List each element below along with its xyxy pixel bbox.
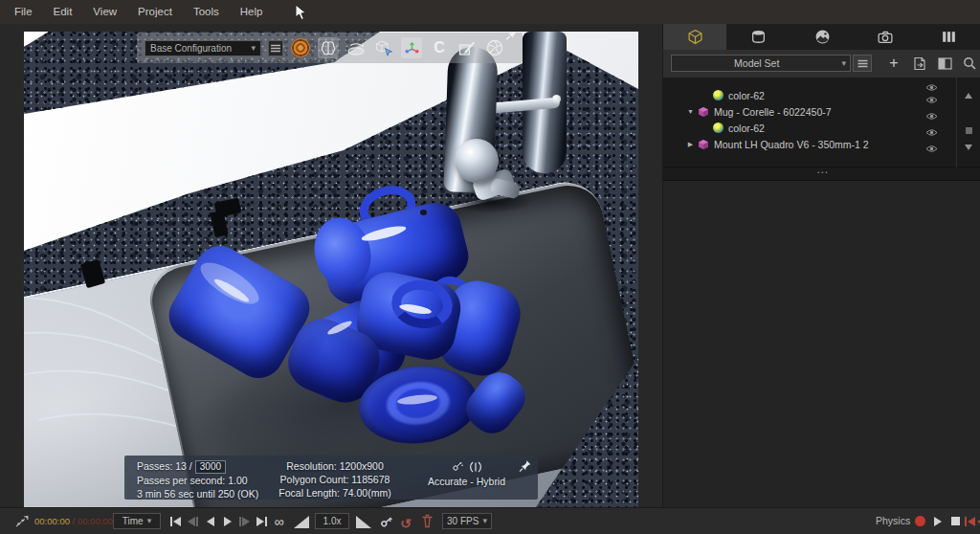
tree-divider — [956, 78, 957, 167]
accuracy-icon — [451, 461, 463, 473]
hud-focal-length: Focal Length: 74.00(mm) — [268, 486, 402, 500]
camera-aperture-button[interactable] — [484, 37, 505, 58]
ramp-in-button[interactable] — [294, 516, 309, 528]
fps-select[interactable]: 30 FPS▾ — [442, 513, 492, 529]
hud-resolution: Resolution: 1200x900 — [268, 459, 402, 473]
chevron-down-icon: ▾ — [482, 517, 487, 525]
turntable-button[interactable] — [345, 37, 367, 58]
hud-render-mode: Accurate - Hybrid — [412, 475, 522, 488]
cube-icon — [687, 29, 703, 45]
hud-passes-per-second: Passes per second: 1.00 — [137, 474, 258, 487]
ramp-up-icon — [294, 516, 309, 528]
scrollbar-up[interactable] — [962, 93, 975, 99]
menu-view[interactable]: View — [82, 0, 127, 24]
mouse-cursor-icon — [295, 4, 308, 25]
visibility-eye-icon[interactable] — [925, 123, 941, 134]
tree-row-material[interactable]: color-62 — [663, 87, 956, 103]
move-tool-button[interactable] — [401, 37, 422, 58]
physics-rewind-button[interactable] — [965, 517, 975, 526]
tab-materials[interactable] — [726, 24, 790, 50]
scrollbar-thumb[interactable] — [962, 127, 975, 134]
hud-pin-icon[interactable] — [519, 459, 532, 475]
current-time: 00:00:00 — [34, 516, 70, 526]
render-target-button[interactable] — [290, 37, 311, 58]
tree-row-label: Mount LH Quadro V6 - 350mm-1 2 — [714, 139, 869, 150]
render-target-icon — [291, 38, 310, 57]
menu-tools[interactable]: Tools — [183, 0, 230, 24]
expander-closed-icon[interactable]: ▶ — [686, 140, 695, 148]
aperture-icon — [485, 38, 504, 57]
physics-play-button[interactable] — [934, 517, 942, 526]
render-viewport[interactable]: Base Configuration ▾ C — [24, 32, 638, 507]
expander-open-icon[interactable]: ▼ — [686, 107, 695, 116]
tab-scene[interactable] — [663, 24, 726, 50]
physics-stop-button[interactable] — [951, 517, 960, 525]
scrollbar-down[interactable] — [962, 145, 975, 150]
hud-polygon-count: Polygon Count: 1185678 — [268, 473, 402, 486]
panel-splitter-handle[interactable]: ⋯ — [663, 167, 980, 181]
tree-row[interactable] — [663, 70, 956, 86]
search-button[interactable] — [960, 54, 979, 73]
move-gizmo-icon — [403, 39, 421, 57]
skip-to-start-button[interactable] — [168, 515, 183, 528]
chevron-down-icon: ▾ — [841, 59, 846, 68]
reset-camera-button[interactable]: C — [429, 37, 450, 58]
play-reverse-button[interactable] — [203, 515, 217, 528]
animation-curve-icon[interactable] — [13, 513, 31, 533]
chevron-down-icon: ▾ — [147, 517, 152, 525]
menu-help[interactable]: Help — [230, 0, 274, 24]
panels-icon — [941, 29, 957, 45]
panel-tab-strip — [663, 24, 980, 50]
play-icon — [934, 517, 942, 526]
passes-limit-field[interactable]: 3000 — [195, 460, 226, 474]
tab-environment[interactable] — [791, 24, 854, 50]
cube-cursor-icon — [375, 39, 393, 57]
tab-camera[interactable] — [854, 24, 917, 50]
brain-icon — [320, 39, 337, 56]
step-forward-button[interactable] — [237, 515, 252, 528]
toolbar-pin-icon[interactable] — [505, 32, 521, 45]
configuration-select[interactable]: Base Configuration ▾ — [145, 40, 261, 56]
delete-animation-button[interactable] — [421, 514, 434, 532]
configuration-list-button[interactable] — [268, 40, 283, 56]
loop-region-button[interactable]: ↺ — [400, 515, 412, 532]
scene-tree: color-62 ▼ Mug - Corelle - 6022450-7 col… — [663, 78, 980, 167]
denoise-button[interactable] — [318, 37, 339, 58]
tree-row-group[interactable]: ▼ Mug - Corelle - 6022450-7 — [663, 103, 956, 120]
tab-panels[interactable] — [918, 24, 980, 50]
playback-speed-field[interactable]: 1.0x — [315, 513, 349, 529]
faucet-lever-tip — [552, 95, 561, 103]
camera-icon — [877, 29, 894, 45]
play-button[interactable] — [220, 515, 234, 528]
panel-empty-area — [663, 182, 980, 507]
edit-geometry-button[interactable] — [457, 37, 478, 58]
visibility-eye-icon[interactable] — [925, 140, 941, 150]
tree-row-material[interactable]: color-62 — [663, 120, 956, 136]
visibility-eye-icon[interactable] — [925, 91, 941, 101]
timeline-mode-select[interactable]: Time▾ — [113, 513, 161, 529]
timeline-bar: 00:00:00 / 00:00:00 s Time▾ ∞ 1.0x ↺ 30 … — [0, 507, 980, 534]
ramp-out-button[interactable] — [356, 516, 371, 528]
faucet-knob — [455, 139, 499, 183]
menu-file[interactable]: File — [4, 0, 43, 24]
hamburger-icon — [858, 59, 868, 68]
group-cube-icon — [698, 106, 709, 118]
environment-icon — [814, 29, 831, 45]
menu-edit[interactable]: Edit — [43, 0, 83, 24]
key-icon — [379, 514, 394, 529]
tree-row-label: color-62 — [728, 122, 765, 134]
step-back-button[interactable] — [186, 515, 200, 528]
physics-record-button[interactable] — [915, 516, 925, 526]
render-hud: Passes: 13 /3000 Passes per second: 1.00… — [124, 456, 538, 500]
tree-row-group[interactable]: ▶ Mount LH Quadro V6 - 350mm-1 2 — [663, 136, 956, 152]
menu-project[interactable]: Project — [127, 0, 183, 24]
visibility-eye-icon[interactable] — [925, 107, 941, 118]
split-panel-icon — [938, 57, 952, 70]
keyframe-button[interactable] — [379, 514, 394, 533]
search-icon — [963, 56, 976, 70]
chevron-down-icon: ▾ — [251, 44, 256, 53]
loop-playback-button[interactable]: ∞ — [272, 515, 286, 528]
isolate-object-button[interactable] — [373, 37, 394, 58]
skip-to-end-button[interactable] — [255, 515, 269, 528]
visibility-eye-icon[interactable] — [925, 78, 941, 89]
